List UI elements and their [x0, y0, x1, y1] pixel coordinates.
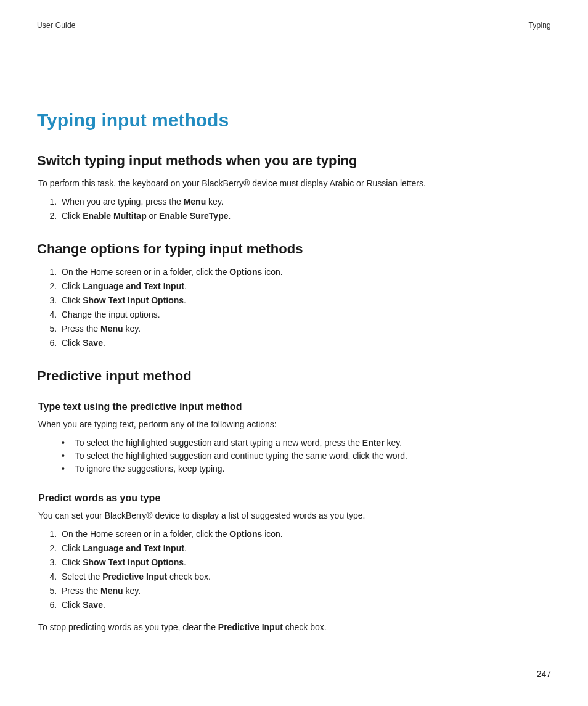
subsection-predictwords-steps: On the Home screen or in a folder, click… — [38, 528, 551, 612]
outro-text: check box. — [283, 622, 327, 632]
list-item: Click Language and Text Input. — [59, 280, 551, 293]
step-text: key. — [206, 197, 224, 207]
step-text: check box. — [167, 572, 211, 581]
bullet-text: key. — [385, 438, 402, 448]
step-text: When you are typing, press the — [62, 197, 184, 207]
step-bold: Language and Text Input — [83, 281, 184, 291]
list-item: To select the highlighted suggestion and… — [62, 449, 551, 462]
list-item: Click Save. — [59, 599, 551, 612]
step-text: On the Home screen or in a folder, click… — [62, 267, 229, 277]
step-text: . — [184, 281, 187, 291]
step-bold: Predictive Input — [102, 572, 167, 581]
step-text: . — [184, 295, 186, 305]
step-text: On the Home screen or in a folder, click… — [62, 529, 229, 539]
list-item: Click Show Text Input Options. — [59, 556, 551, 569]
step-text: . — [103, 600, 105, 610]
step-bold: Language and Text Input — [83, 543, 184, 553]
list-item: Click Show Text Input Options. — [59, 294, 551, 307]
step-text: Click — [62, 281, 83, 291]
step-text: . — [228, 211, 231, 221]
step-bold: Options — [229, 267, 262, 277]
step-text: Change the input options. — [62, 310, 160, 319]
subsection-typetext-bullets: To select the highlighted suggestion and… — [62, 437, 551, 475]
step-text: key. — [123, 586, 141, 596]
step-bold: Show Text Input Options — [83, 295, 184, 305]
section-heading-change: Change options for typing input methods — [37, 241, 551, 257]
step-text: . — [184, 543, 187, 553]
step-text: Press the — [62, 586, 100, 596]
step-bold: Enable SureType — [159, 211, 229, 221]
section-switch-steps: When you are typing, press the Menu key.… — [38, 195, 551, 223]
outro-bold: Predictive Input — [218, 622, 283, 632]
bullet-bold: Enter — [362, 438, 385, 448]
list-item: To ignore the suggestions, keep typing. — [62, 462, 551, 475]
outro-text: To stop predicting words as you type, cl… — [38, 622, 218, 632]
step-bold: Options — [229, 529, 262, 539]
section-heading-switch: Switch typing input methods when you are… — [37, 153, 551, 169]
header-left: User Guide — [37, 21, 76, 30]
step-text: or — [147, 211, 159, 221]
bullet-text: To ignore the suggestions, keep typing. — [75, 464, 225, 474]
subsection-typetext-intro: When you are typing text, perform any of… — [38, 419, 551, 430]
section-change-steps: On the Home screen or in a folder, click… — [38, 266, 551, 350]
page-number: 247 — [537, 669, 551, 679]
list-item: Click Language and Text Input. — [59, 542, 551, 555]
step-bold: Save — [83, 600, 103, 610]
step-text: Select the — [62, 572, 102, 581]
step-text: key. — [123, 324, 141, 334]
step-text: . — [103, 338, 105, 348]
step-text: Click — [62, 295, 83, 305]
list-item: Click Save. — [59, 337, 551, 350]
section-heading-predictive: Predictive input method — [37, 368, 551, 384]
bullet-text: To select the highlighted suggestion and… — [75, 451, 407, 461]
list-item: Click Enable Multitap or Enable SureType… — [59, 210, 551, 223]
step-text: icon. — [262, 529, 282, 539]
list-item: On the Home screen or in a folder, click… — [59, 528, 551, 541]
page: User Guide Typing Typing input methods S… — [0, 0, 588, 706]
step-bold: Enable Multitap — [83, 211, 146, 221]
list-item: When you are typing, press the Menu key. — [59, 195, 551, 208]
step-text: . — [184, 557, 186, 567]
page-title: Typing input methods — [37, 110, 551, 131]
subsection-heading-predictwords: Predict words as you type — [38, 493, 551, 504]
section-switch-intro: To perform this task, the keyboard on yo… — [38, 178, 551, 189]
subsection-predictwords-intro: You can set your BlackBerry® device to d… — [38, 510, 551, 522]
step-text: Press the — [62, 324, 100, 334]
running-header: User Guide Typing — [37, 21, 551, 30]
step-text: Click — [62, 543, 83, 553]
header-right: Typing — [528, 21, 551, 30]
step-bold: Menu — [100, 586, 123, 596]
list-item: Press the Menu key. — [59, 322, 551, 335]
step-text: Click — [62, 557, 83, 567]
list-item: Press the Menu key. — [59, 585, 551, 597]
subsection-predictwords-outro: To stop predicting words as you type, cl… — [38, 622, 551, 633]
step-text: Click — [62, 600, 83, 610]
list-item: On the Home screen or in a folder, click… — [59, 266, 551, 279]
list-item: Select the Predictive Input check box. — [59, 570, 551, 583]
step-bold: Save — [83, 338, 103, 348]
step-text: Click — [62, 338, 83, 348]
step-bold: Menu — [100, 324, 123, 334]
subsection-heading-typetext: Type text using the predictive input met… — [38, 401, 551, 413]
step-text: icon. — [262, 267, 282, 277]
step-bold: Menu — [184, 197, 206, 207]
step-text: Click — [62, 211, 83, 221]
list-item: To select the highlighted suggestion and… — [62, 437, 551, 449]
bullet-text: To select the highlighted suggestion and… — [75, 438, 362, 448]
list-item: Change the input options. — [59, 308, 551, 321]
step-bold: Show Text Input Options — [83, 557, 184, 567]
